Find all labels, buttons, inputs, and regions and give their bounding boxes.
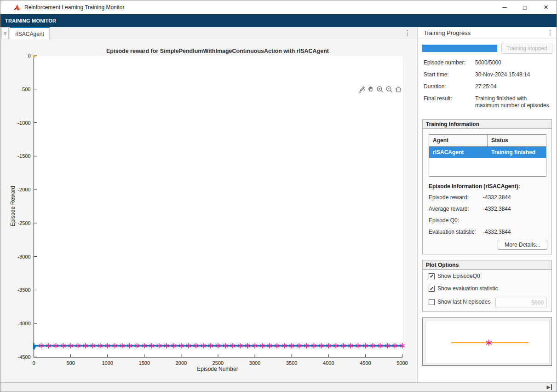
status-bar xyxy=(0,382,557,392)
episode-info-row: Evaluation statistic:-4332.3844 xyxy=(429,229,548,235)
series-episodeq0 xyxy=(33,55,35,57)
episode-info-value: -4332.3844 xyxy=(483,194,511,201)
y-tick-label: -500 xyxy=(20,86,30,92)
field-row: Final result:Training finished with maxi… xyxy=(424,95,554,109)
training-progress-title: Training Progress xyxy=(424,29,471,36)
training-progress-fields: Episode number:5000/5000Start time:30-No… xyxy=(424,59,554,114)
episode-info-row: Average reward:-4332.3844 xyxy=(429,206,548,212)
x-tick-label: 3500 xyxy=(286,360,297,366)
x-tick-label: 5000 xyxy=(396,360,408,366)
matlab-logo-icon xyxy=(13,4,21,12)
field-value: 27:25:04 xyxy=(475,83,551,90)
x-tick-label: 1000 xyxy=(102,360,113,366)
table-header-row: AgentStatus xyxy=(429,135,546,147)
table-column-header[interactable]: Status xyxy=(488,135,508,146)
y-tick-label: -3500 xyxy=(17,287,30,293)
training-stopped-button[interactable]: Training stopped xyxy=(501,43,552,54)
table-cell: rlSACAgent xyxy=(429,147,488,158)
y-tick-label: -3000 xyxy=(17,254,30,259)
field-row: Duration:27:25:04 xyxy=(424,83,554,90)
episode-info-row: Episode Q0: xyxy=(429,217,548,224)
title-bar: Reinforcement Learning Training Monitor … xyxy=(0,0,557,14)
y-tick-label: -2500 xyxy=(17,220,30,226)
x-axis-label: Episode Number xyxy=(197,366,238,372)
x-tick-label: 4000 xyxy=(323,360,334,366)
tab-overflow-menu-icon[interactable]: ⋮ xyxy=(404,29,411,36)
episode-info-label: Episode Q0: xyxy=(429,217,483,224)
plot-option-label: Show EpisodeQ0 xyxy=(437,273,480,279)
plot-option-label: Show evaluation statistic xyxy=(437,285,498,292)
training-progress-bar xyxy=(422,45,497,52)
tab-rlsacagent[interactable]: rlSACAgent xyxy=(10,27,50,40)
app-window: Reinforcement Learning Training Monitor … xyxy=(0,0,557,392)
checkbox-icon[interactable]: ✓ xyxy=(429,286,435,292)
training-information-panel: Training Information AgentStatusrlSACAge… xyxy=(422,119,552,254)
episode-info-value: -4332.3844 xyxy=(483,229,511,235)
preview-plot-panel xyxy=(422,317,552,366)
training-information-header: Training Information xyxy=(423,120,551,129)
plot-title: Episode reward for SimplePendlumWithImag… xyxy=(106,48,329,54)
more-details-button[interactable]: More Details... xyxy=(498,240,547,250)
table-cell: Training finished xyxy=(488,147,535,158)
zoom-out-icon[interactable] xyxy=(385,85,393,93)
advance-panel-icon[interactable]: ▶ xyxy=(547,384,552,390)
field-label: Duration: xyxy=(424,83,475,90)
pan-hand-icon[interactable] xyxy=(366,85,375,93)
episode-info-row: Episode reward:-4332.3844 xyxy=(429,194,548,201)
plot-options-header: Plot Options xyxy=(423,260,551,270)
plot-option-row: Show last N episodes xyxy=(429,299,490,305)
table-row[interactable]: rlSACAgentTraining finished xyxy=(429,147,546,158)
field-label: Start time: xyxy=(424,71,475,78)
ribbon-bar: TRAINING MONITOR xyxy=(0,14,557,27)
x-tick-label: 3000 xyxy=(249,360,260,366)
checkbox-icon[interactable]: ✓ xyxy=(429,273,435,279)
plot-option-row: ✓Show EpisodeQ0 xyxy=(429,273,480,279)
x-tick-label: 4500 xyxy=(360,360,371,366)
y-tick-label: -4000 xyxy=(17,321,30,326)
close-button[interactable]: × xyxy=(536,0,556,14)
episode-info-label: Episode reward: xyxy=(429,194,483,201)
window-title: Reinforcement Learning Training Monitor xyxy=(24,4,124,11)
maximize-button[interactable]: □ xyxy=(515,0,535,14)
zoom-in-icon[interactable] xyxy=(375,85,384,93)
field-value: 5000/5000 xyxy=(475,59,551,66)
tab-strip xyxy=(0,27,417,39)
agent-status-table[interactable]: AgentStatusrlSACAgentTraining finished xyxy=(429,134,546,177)
brush-icon[interactable] xyxy=(357,85,366,93)
y-tick-label: -2000 xyxy=(17,187,30,192)
plot-canvas[interactable]: 0-500-1000-1500-2000-2500-3000-3500-4000… xyxy=(0,39,417,382)
y-tick-label: -1500 xyxy=(17,153,30,159)
checkbox-icon[interactable] xyxy=(429,299,435,305)
x-tick-label: 1500 xyxy=(139,360,150,366)
y-tick-label: -1000 xyxy=(17,120,30,126)
plot-toolbar xyxy=(357,85,402,93)
episode-info-value: -4332.3844 xyxy=(483,206,511,212)
figure-area: 0-500-1000-1500-2000-2500-3000-3500-4000… xyxy=(0,39,417,382)
plot-options-panel: Plot Options ✓Show EpisodeQ0✓Show evalua… xyxy=(422,260,552,312)
ribbon-tab-label[interactable]: TRAINING MONITOR xyxy=(5,18,56,23)
y-axis-label: Episode Reward xyxy=(10,186,16,226)
panel-menu-icon[interactable]: ⋮ xyxy=(547,29,553,36)
field-row: Start time:30-Nov-2024 15:48:14 xyxy=(424,71,554,78)
y-tick-label: -4500 xyxy=(17,354,30,360)
drag-grip-icon[interactable]: ≡ xyxy=(1,27,9,39)
last-n-episodes-input[interactable] xyxy=(495,298,547,307)
episode-info-label: Evaluation statistic: xyxy=(429,229,483,235)
preview-plot-axes xyxy=(425,321,550,363)
episode-info-heading: Episode Information (rlSACAgent): xyxy=(429,183,520,190)
home-icon[interactable] xyxy=(394,85,402,93)
table-column-header[interactable]: Agent xyxy=(429,135,488,146)
plot-option-label: Show last N episodes xyxy=(437,299,490,305)
training-progress-panel: Training stopped Episode number:5000/500… xyxy=(418,39,557,382)
x-tick-label: 2500 xyxy=(212,360,224,366)
tab-label: rlSACAgent xyxy=(15,31,44,37)
x-tick-label: 0 xyxy=(32,360,35,366)
minimize-button[interactable]: – xyxy=(494,0,515,14)
field-label: Episode number: xyxy=(424,59,475,66)
field-value: Training finished with maximum number of… xyxy=(475,95,551,109)
x-tick-label: 2000 xyxy=(176,360,187,366)
episode-info-label: Average reward: xyxy=(429,206,483,212)
field-row: Episode number:5000/5000 xyxy=(424,59,554,66)
x-tick-label: 500 xyxy=(66,360,75,366)
plot-option-row: ✓Show evaluation statistic xyxy=(429,285,498,292)
